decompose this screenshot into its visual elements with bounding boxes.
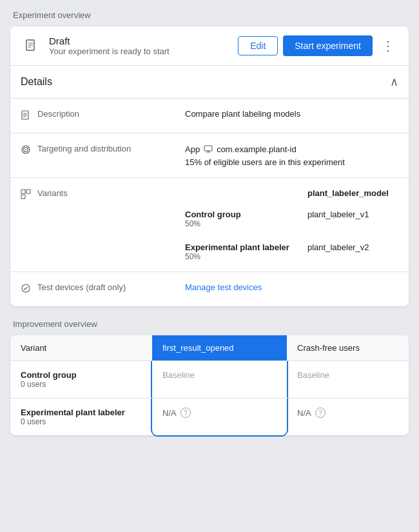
- improvement-table: Variant first_result_opened Crash-free u…: [10, 335, 409, 435]
- targeting-value: App com.example.plant-id 15% of eligible…: [175, 133, 409, 178]
- variants-label: Variants: [37, 188, 68, 198]
- svg-rect-15: [26, 190, 30, 193]
- variant-value-0: plant_labeler_v1: [307, 210, 369, 219]
- variant-pct-1: 50%: [185, 252, 307, 261]
- improvement-metric2-1: N/A ?: [287, 399, 409, 436]
- experiment-overview-title: Experiment overview: [10, 10, 409, 20]
- start-experiment-button[interactable]: Start experiment: [283, 35, 373, 56]
- na-row-metric1: N/A ?: [162, 408, 277, 418]
- col-header-metric2-label: Crash-free users: [297, 343, 360, 353]
- description-icon: [21, 110, 31, 123]
- variant-pct-0: 50%: [185, 219, 307, 228]
- variant-header: plant_labeler_model: [185, 188, 398, 198]
- test-devices-label: Test devices (draft only): [37, 282, 126, 292]
- details-title: Details: [21, 76, 52, 88]
- details-header: Details ∧: [10, 66, 409, 99]
- test-devices-icon: [21, 283, 31, 296]
- draft-actions: Edit Start experiment ⋮: [238, 35, 398, 56]
- targeting-label-cell: Targeting and distribution: [10, 133, 175, 178]
- variant-name-1: Experimental plant labeler: [185, 242, 307, 252]
- improvement-row-users-0: 0 users: [21, 380, 142, 389]
- variant-row-0: Control group 50% plant_labeler_v1: [185, 210, 398, 228]
- description-value: Compare plant labeling models: [175, 99, 409, 133]
- variants-row: Variants plant_labeler_model Control gro…: [10, 178, 409, 272]
- variants-label-cell: Variants: [10, 178, 175, 272]
- svg-rect-11: [204, 146, 212, 151]
- variants-icon: [21, 189, 31, 202]
- more-options-button[interactable]: ⋮: [378, 35, 398, 56]
- improvement-card: Variant first_result_opened Crash-free u…: [10, 335, 409, 435]
- draft-header: Draft Your experiment is ready to start …: [10, 26, 409, 66]
- improvement-metric1-1: N/A ?: [152, 399, 287, 436]
- distribution-text: 15% of eligible users are in this experi…: [185, 157, 398, 167]
- improvement-crash-free-0: Baseline: [297, 370, 329, 380]
- test-devices-label-cell: Test devices (draft only): [10, 272, 175, 307]
- improvement-variant-1: Experimental plant labeler 0 users: [10, 399, 152, 436]
- app-row: App com.example.plant-id: [185, 144, 398, 155]
- improvement-baseline-label-0: Baseline: [162, 370, 195, 380]
- col-header-metric1[interactable]: first_result_opened: [152, 335, 287, 361]
- manage-test-devices-link[interactable]: Manage test devices: [185, 282, 262, 292]
- col-header-variant-label: Variant: [21, 343, 46, 353]
- improvement-row-1: Experimental plant labeler 0 users N/A ?…: [10, 399, 409, 436]
- draft-subtitle: Your experiment is ready to start: [49, 46, 238, 56]
- test-devices-value: Manage test devices: [175, 272, 409, 307]
- svg-rect-16: [21, 195, 25, 199]
- description-row: Description Compare plant labeling model…: [10, 99, 409, 133]
- help-icon-metric2[interactable]: ?: [315, 408, 326, 418]
- draft-text: Draft Your experiment is ready to start: [49, 35, 238, 56]
- details-table: Description Compare plant labeling model…: [10, 99, 409, 306]
- improvement-row-0: Control group 0 users Baseline Baseline: [10, 361, 409, 399]
- svg-point-10: [25, 149, 26, 150]
- svg-rect-14: [21, 190, 25, 193]
- variants-value-cell: plant_labeler_model Control group 50% pl…: [175, 178, 409, 272]
- na-label-metric1: N/A: [162, 408, 177, 418]
- variant-label-1: Experimental plant labeler 50%: [185, 242, 307, 261]
- improvement-row-name-1: Experimental plant labeler: [21, 408, 142, 417]
- experiment-card: Draft Your experiment is ready to start …: [10, 26, 409, 306]
- variant-row-1: Experimental plant labeler 50% plant_lab…: [185, 242, 398, 261]
- na-row-metric2: N/A ?: [297, 408, 398, 418]
- description-label-cell: Description: [10, 99, 175, 133]
- improvement-row-users-1: 0 users: [21, 417, 142, 426]
- variant-value-1: plant_labeler_v2: [307, 242, 369, 252]
- improvement-row-name-0: Control group: [21, 370, 142, 380]
- help-icon-metric1[interactable]: ?: [180, 408, 191, 418]
- targeting-label: Targeting and distribution: [37, 144, 131, 153]
- variant-name-0: Control group: [185, 210, 307, 219]
- improvement-header-row: Variant first_result_opened Crash-free u…: [10, 335, 409, 361]
- targeting-icon: [21, 144, 31, 157]
- draft-title: Draft: [49, 35, 238, 46]
- improvement-metric2-0: Baseline: [287, 361, 409, 399]
- app-prefix: App: [185, 144, 200, 154]
- col-header-metric2: Crash-free users: [287, 335, 409, 361]
- improvement-metric1-0: Baseline: [152, 361, 287, 399]
- na-label-metric2: N/A: [297, 408, 311, 418]
- svg-point-17: [22, 284, 30, 292]
- description-label: Description: [37, 109, 79, 119]
- improvement-overview-title: Improvement overview: [10, 319, 409, 329]
- collapse-button[interactable]: ∧: [390, 75, 398, 89]
- app-name: com.example.plant-id: [217, 144, 297, 154]
- edit-button[interactable]: Edit: [238, 36, 278, 55]
- test-devices-row: Test devices (draft only) Manage test de…: [10, 272, 409, 307]
- targeting-row: Targeting and distribution App com.examp…: [10, 133, 409, 178]
- col-header-metric1-label: first_result_opened: [162, 343, 234, 353]
- draft-icon: [21, 35, 41, 56]
- app-icon: [204, 144, 213, 155]
- variants-col-header: plant_labeler_model: [307, 188, 389, 198]
- variant-label-0: Control group 50%: [185, 210, 307, 228]
- col-header-variant: Variant: [10, 335, 152, 361]
- improvement-variant-0: Control group 0 users: [10, 361, 152, 399]
